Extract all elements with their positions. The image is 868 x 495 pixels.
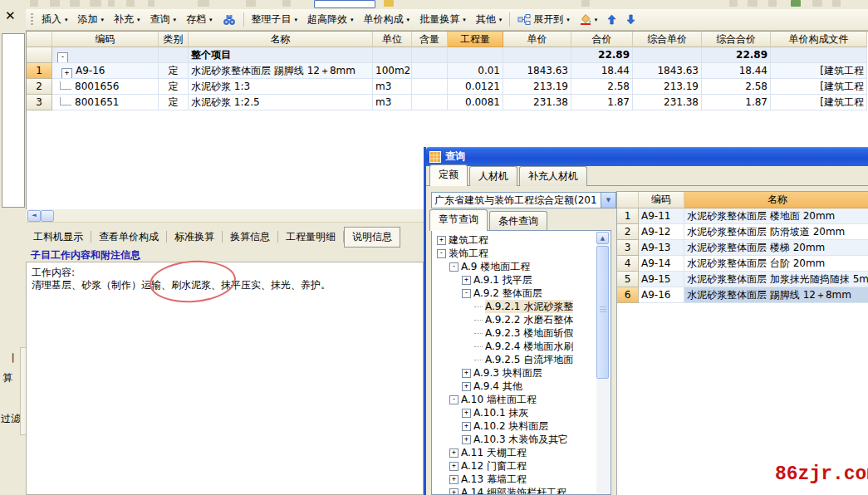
row-number-cell[interactable]: 4 (617, 256, 639, 272)
cell-total[interactable]: 1.87 (571, 95, 633, 110)
cell-name[interactable]: 水泥砂浆整体面层 台阶 20mm (684, 256, 868, 272)
collapse-icon[interactable]: - (437, 249, 446, 258)
dialog-table-row[interactable]: 1A9-11水泥砂浆整体面层 楼地面 20mm (617, 208, 868, 224)
cell-file[interactable]: [建筑工程 (771, 79, 867, 95)
toolbar-button-补充[interactable]: 补充▾ (109, 10, 145, 29)
cell-price[interactable] (503, 47, 571, 63)
column-header-单价[interactable]: 单价 (503, 32, 571, 47)
cell-name[interactable]: 水泥砂浆 1:2.5 (189, 95, 373, 110)
dialog-column-header-名称[interactable]: 名称 (684, 192, 868, 208)
cell-total[interactable]: 22.89 (571, 47, 633, 63)
cell-name[interactable]: 水泥砂浆整体面层 加浆抹光随捣随抹 5mm (684, 272, 868, 287)
tree-item[interactable]: A.9.2.1 水泥砂浆整 (434, 300, 596, 313)
expand-icon[interactable]: + (462, 409, 471, 418)
cell-code[interactable]: A9-15 (639, 272, 684, 287)
column-header-单位[interactable]: 单位 (373, 32, 412, 47)
cell-quantity[interactable] (448, 47, 503, 63)
column-header-名称[interactable]: 名称 (189, 32, 373, 47)
tree-item[interactable]: -A.9.2 整体面层 (434, 287, 596, 300)
toolbar-button-展开到[interactable]: 展开到▾ (512, 10, 575, 29)
expand-icon[interactable]: + (462, 435, 471, 444)
tree-item[interactable]: +A.13 幕墙工程 (434, 473, 596, 486)
tree-item[interactable]: -装饰工程 (434, 247, 596, 260)
cell-content[interactable] (412, 79, 448, 95)
cell-price[interactable]: 1843.63 (503, 63, 571, 79)
row-number-cell[interactable]: 5 (617, 272, 639, 287)
collapse-icon[interactable]: - (57, 52, 68, 63)
cell-content[interactable] (412, 63, 448, 79)
table-row[interactable]: 38001651定水泥砂浆 1:2.5m30.0081231.381.87231… (27, 95, 868, 110)
cell-total[interactable]: 2.58 (571, 79, 633, 95)
tree-item[interactable]: A.9.2.2 水磨石整体 (434, 313, 596, 326)
collapse-icon[interactable]: - (449, 262, 459, 272)
cell-name[interactable]: 水泥砂浆 1:3 (189, 79, 373, 95)
cell-name[interactable]: 水泥砂浆整体面层 踢脚线 12＋8mm (189, 63, 373, 79)
cell-comp_price[interactable]: 1843.63 (633, 63, 702, 79)
cell-code[interactable]: A9-12 (639, 224, 684, 240)
tree-item[interactable]: +A.9.4 其他 (434, 380, 596, 393)
column-header-工程量[interactable]: 工程量 (448, 32, 503, 47)
dialog-tab-人材机[interactable]: 人材机 (469, 166, 517, 186)
scroll-left-arrow-icon[interactable]: ◄ (27, 210, 41, 222)
cell-comp_total[interactable]: 22.89 (702, 47, 771, 63)
tab-工程量明细[interactable]: 工程量明细 (278, 228, 343, 247)
tab-查看单价构成[interactable]: 查看单价构成 (91, 228, 166, 247)
dialog-tab-定额[interactable]: 定额 (429, 164, 468, 186)
tree-item[interactable]: A.9.2.5 自流坪地面 (434, 353, 596, 366)
quota-library-select[interactable]: 广东省建筑与装饰工程综合定额(201 ▼ (431, 192, 616, 208)
cell-kind[interactable]: 定 (159, 63, 189, 79)
chevron-down-icon[interactable]: ▼ (601, 193, 615, 208)
dialog-table-row[interactable]: 5A9-15水泥砂浆整体面层 加浆抹光随捣随抹 5mm (617, 272, 868, 287)
cell-name[interactable]: 水泥砂浆整体面层 楼梯 20mm (684, 240, 868, 256)
cell-unit[interactable]: m3 (373, 79, 412, 95)
toolbar-button-查询[interactable]: 查询▾ (145, 10, 182, 29)
tree-item[interactable]: A.9.2.4 楼地面水刷 (434, 340, 596, 353)
cell-unit[interactable]: 100m2 (373, 63, 412, 79)
tree-item[interactable]: +A.10.3 木装饰及其它 (434, 433, 596, 446)
row-number-cell[interactable]: 3 (27, 95, 52, 110)
tab-标准换算[interactable]: 标准换算 (167, 228, 222, 247)
tab-说明信息[interactable]: 说明信息 (344, 227, 400, 248)
cell-quantity[interactable]: 0.01 (448, 63, 503, 79)
dialog-column-header-编码[interactable]: 编码 (639, 192, 684, 208)
cell-code[interactable]: +A9-16 (52, 63, 159, 79)
tab-工料机显示[interactable]: 工料机显示 (26, 228, 91, 247)
cell-content[interactable] (412, 95, 448, 110)
toolbar-button-存档[interactable]: 存档▾ (181, 10, 218, 29)
tree-item[interactable]: -A.10 墙柱面工程 (434, 393, 596, 406)
expand-icon[interactable]: + (462, 276, 471, 285)
cell-quantity[interactable]: 0.0121 (448, 79, 503, 95)
cell-content[interactable] (412, 47, 448, 63)
dialog-column-header-rownum[interactable] (617, 192, 639, 208)
scrollbar-thumb[interactable] (41, 210, 54, 222)
cell-comp_price[interactable] (633, 47, 702, 63)
dialog-table-row[interactable]: 4A9-14水泥砂浆整体面层 台阶 20mm (617, 256, 868, 272)
expand-icon[interactable]: + (462, 369, 471, 378)
column-header-单价构成文件[interactable]: 单价构成文件 (771, 32, 867, 47)
dialog-table-row[interactable]: 6A9-16水泥砂浆整体面层 踢脚线 12＋8mm (617, 287, 868, 303)
row-number-cell[interactable]: 2 (617, 224, 639, 240)
dialog-title-bar[interactable]: 查询 (426, 147, 868, 166)
cell-code[interactable]: A9-14 (639, 256, 684, 272)
dialog-subtab-条件查询[interactable]: 条件查询 (489, 211, 547, 231)
row-number-cell[interactable] (27, 47, 52, 63)
expand-icon[interactable]: + (449, 475, 459, 484)
cell-comp_price[interactable]: 213.19 (633, 79, 702, 95)
cell-code[interactable]: A9-11 (639, 208, 684, 224)
tab-换算信息[interactable]: 换算信息 (223, 228, 277, 247)
close-icon[interactable]: ✕ (5, 10, 16, 22)
row-number-cell[interactable]: 2 (27, 79, 52, 95)
column-header-综合单价[interactable]: 综合单价 (633, 32, 702, 47)
cell-unit[interactable] (373, 47, 412, 63)
table-row[interactable]: 28001656定水泥砂浆 1:3m30.0121213.192.58213.1… (27, 79, 868, 95)
cell-kind[interactable]: 定 (159, 95, 189, 110)
cell-comp_total[interactable]: 2.58 (702, 79, 771, 95)
cell-file[interactable]: [建筑工程 (771, 95, 867, 110)
tree-item[interactable]: +A.10.2 块料面层 (434, 419, 596, 433)
toolbar-button-批量换算[interactable]: 批量换算▾ (414, 10, 471, 29)
expand-icon[interactable]: + (437, 236, 446, 245)
table-row[interactable]: -整个项目22.8922.89 (27, 47, 868, 63)
cell-comp_total[interactable]: 18.44 (702, 63, 771, 79)
cell-total[interactable]: 18.44 (571, 63, 633, 79)
dialog-subtab-章节查询[interactable]: 章节查询 (429, 209, 488, 231)
